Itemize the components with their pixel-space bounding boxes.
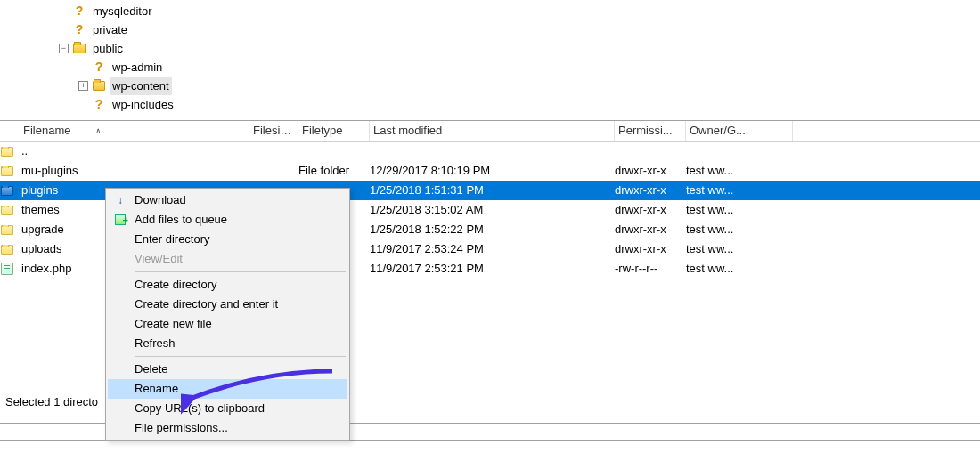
context-menu[interactable]: ↓DownloadAdd files to queueEnter directo… <box>105 188 350 441</box>
col-header-filesize[interactable]: Filesize <box>249 121 298 141</box>
add-queue-icon <box>113 213 127 227</box>
cell-modified: 1/25/2018 1:51:31 PM <box>370 181 615 200</box>
menu-item-create-new-file[interactable]: Create new file <box>108 314 347 334</box>
cell-modified: 12/29/2017 8:10:19 PM <box>370 161 615 181</box>
menu-item-enter-directory[interactable]: Enter directory <box>108 230 347 249</box>
cell-permissions: drwxr-xr-x <box>615 200 686 220</box>
cell-owner: test ww... <box>686 220 793 239</box>
menu-item-label: Download <box>135 190 186 210</box>
folder-icon <box>0 166 20 176</box>
table-row[interactable]: mu-pluginsFile folder12/29/2017 8:10:19 … <box>0 161 980 181</box>
cell-modified: 11/9/2017 2:53:24 PM <box>370 239 615 259</box>
expand-icon[interactable]: + <box>78 81 88 91</box>
col-header-permissions[interactable]: Permissi... <box>615 121 686 141</box>
tree-item[interactable]: −public <box>0 39 980 58</box>
cell-name: .. <box>20 142 249 161</box>
directory-tree[interactable]: ?mysqleditor?private−public?wp-admin+wp-… <box>0 0 980 120</box>
folder-icon <box>0 147 20 157</box>
tree-item-label: private <box>90 20 130 39</box>
menu-item-add-files-to-queue[interactable]: Add files to queue <box>108 210 347 230</box>
menu-item-copy-url-s-to-clipboard[interactable]: Copy URL(s) to clipboard <box>108 399 347 418</box>
cell-filetype: File folder <box>298 161 370 181</box>
cell-owner: test ww... <box>686 161 793 181</box>
cell-owner: test ww... <box>686 200 793 220</box>
cell-modified: 11/9/2017 2:53:21 PM <box>370 259 615 279</box>
folder-icon <box>0 245 20 255</box>
tree-item-label: public <box>90 39 126 58</box>
collapse-icon[interactable]: − <box>59 44 69 53</box>
menu-item-refresh[interactable]: Refresh <box>108 334 347 353</box>
menu-item-label: Create directory and enter it <box>135 295 278 314</box>
folder-icon <box>0 225 20 235</box>
cell-permissions: drwxr-xr-x <box>615 161 686 181</box>
cell-permissions: drwxr-xr-x <box>615 220 686 239</box>
menu-item-download[interactable]: ↓Download <box>108 190 347 210</box>
question-icon: ? <box>72 23 86 37</box>
cell-permissions: -rw-r--r-- <box>615 259 686 279</box>
folder-icon <box>92 79 106 93</box>
cell-owner: test ww... <box>686 259 793 279</box>
table-row[interactable]: .. <box>0 142 980 161</box>
menu-item-file-permissions[interactable]: File permissions... <box>108 418 347 438</box>
tree-item-label: mysqleditor <box>90 2 154 20</box>
cell-permissions: drwxr-xr-x <box>615 239 686 259</box>
cell-modified: 1/25/2018 3:15:02 AM <box>370 200 615 220</box>
menu-separator <box>135 356 346 357</box>
menu-item-create-directory-and-enter-it[interactable]: Create directory and enter it <box>108 295 347 314</box>
question-icon: ? <box>92 98 106 112</box>
cell-owner: test ww... <box>686 239 793 259</box>
menu-separator <box>135 271 346 272</box>
folder-icon <box>72 42 86 56</box>
tree-item-label: wp-content <box>110 77 172 95</box>
tree-item-label: wp-includes <box>110 95 176 114</box>
cell-permissions: drwxr-xr-x <box>615 181 686 200</box>
col-header-owner[interactable]: Owner/G... <box>686 121 793 141</box>
menu-item-label: Enter directory <box>135 230 210 249</box>
tree-item[interactable]: ?wp-admin <box>0 58 980 77</box>
tree-item[interactable]: +wp-content <box>0 77 980 95</box>
cell-modified: 1/25/2018 1:52:22 PM <box>370 220 615 239</box>
question-icon: ? <box>92 61 106 75</box>
tree-item[interactable]: ?wp-includes <box>0 95 980 114</box>
col-header-modified[interactable]: Last modified <box>370 121 615 141</box>
divider <box>0 440 980 449</box>
menu-item-view-edit: View/Edit <box>108 249 347 269</box>
menu-item-label: Create directory <box>135 275 216 295</box>
folder-icon <box>0 186 20 196</box>
cell-name: mu-plugins <box>20 161 249 181</box>
menu-item-label: File permissions... <box>135 418 228 438</box>
menu-item-create-directory[interactable]: Create directory <box>108 275 347 295</box>
menu-item-label: Refresh <box>135 334 176 353</box>
menu-item-delete[interactable]: Delete <box>108 360 347 379</box>
tree-item[interactable]: ?mysqleditor <box>0 2 980 20</box>
folder-icon <box>0 206 20 215</box>
cell-owner: test ww... <box>686 181 793 200</box>
download-icon: ↓ <box>113 193 127 207</box>
menu-item-label: Copy URL(s) to clipboard <box>135 399 265 418</box>
php-file-icon <box>0 263 20 275</box>
menu-item-rename[interactable]: Rename <box>108 379 347 399</box>
file-list-header[interactable]: Filename∧ Filesize Filetype Last modifie… <box>0 121 980 142</box>
menu-item-label: Delete <box>135 360 168 379</box>
sort-caret-icon: ∧ <box>95 126 102 135</box>
col-header-filetype[interactable]: Filetype <box>298 121 370 141</box>
menu-item-label: Add files to queue <box>135 210 227 230</box>
question-icon: ? <box>72 4 86 19</box>
menu-item-label: Rename <box>135 379 178 399</box>
menu-item-label: Create new file <box>135 314 212 334</box>
tree-item-label: wp-admin <box>110 58 165 77</box>
col-header-filename[interactable]: Filename∧ <box>20 121 249 142</box>
tree-item[interactable]: ?private <box>0 20 980 39</box>
menu-item-label: View/Edit <box>135 249 183 269</box>
